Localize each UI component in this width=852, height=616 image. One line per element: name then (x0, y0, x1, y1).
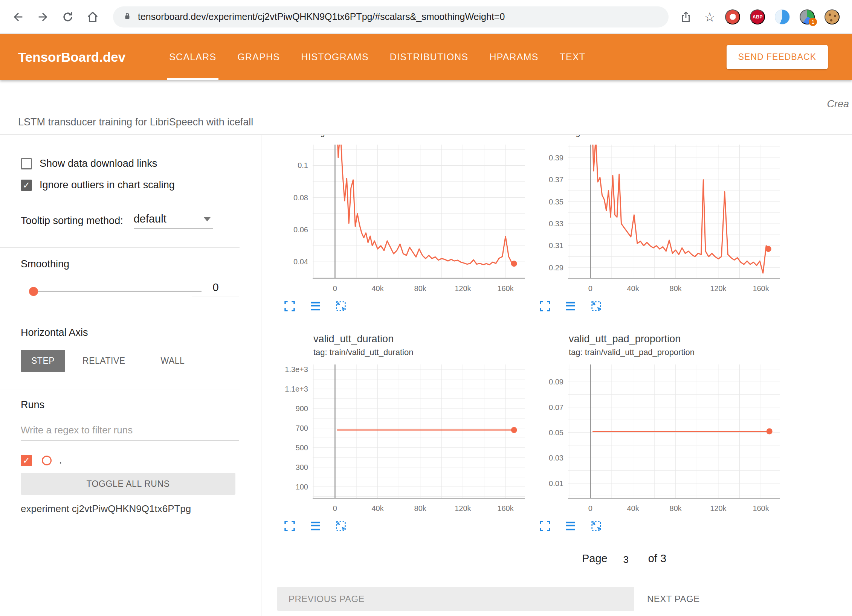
svg-text:0: 0 (588, 504, 592, 512)
cookie-icon[interactable] (825, 9, 840, 24)
smoothing-label-row: Smoothing (21, 258, 261, 270)
svg-text:80k: 80k (670, 504, 682, 512)
previous-page-button[interactable]: PREVIOUS PAGE (277, 587, 634, 611)
refresh-icon[interactable] (60, 9, 76, 25)
run-row[interactable]: ✓ . (21, 454, 261, 466)
pager-buttons: PREVIOUS PAGE NEXT PAGE (262, 587, 852, 611)
svg-text:500: 500 (296, 444, 308, 452)
svg-text:160k: 160k (497, 504, 514, 512)
tab-distributions[interactable]: DISTRIBUTIONS (390, 34, 469, 80)
send-feedback-button[interactable]: SEND FEEDBACK (727, 45, 828, 69)
expand-chart-icon[interactable] (537, 518, 553, 534)
axis-wall-button[interactable]: WALL (150, 350, 195, 372)
chart-tag: tag: train/valid_utt_pad_proportion (532, 346, 782, 358)
fit-domain-icon[interactable] (333, 518, 348, 534)
chart-title: valid_utt_pad_proportion (532, 331, 782, 346)
tab-text[interactable]: TEXT (560, 34, 586, 80)
ignore-outliers-checkbox[interactable]: ✓ (21, 180, 32, 191)
horizontal-axis-label: Horizontal Axis (21, 327, 88, 338)
address-bar[interactable]: tensorboard.dev/experiment/cj2vtPiwQHKN9… (113, 6, 669, 27)
svg-text:0.04: 0.04 (293, 258, 308, 266)
svg-text:0: 0 (333, 504, 337, 512)
svg-text:120k: 120k (455, 284, 471, 293)
smoothing-value-input[interactable] (192, 281, 239, 296)
expand-chart-icon[interactable] (537, 299, 553, 314)
home-icon[interactable] (84, 9, 101, 25)
line-chart: 1003005007009001.1e+31.3e+3040k80k120k16… (277, 364, 527, 515)
charts-pane: tag: train/… 0.040.060.080.1040k80k120k1… (262, 135, 852, 616)
expand-chart-icon[interactable] (282, 299, 297, 314)
extension-adblock-icon[interactable] (725, 9, 740, 24)
fit-domain-icon[interactable] (589, 299, 604, 314)
svg-text:0.31: 0.31 (549, 241, 563, 250)
extension-badge: 1 (809, 18, 817, 26)
log-scale-icon[interactable] (308, 518, 323, 534)
log-scale-icon[interactable] (563, 518, 578, 534)
divider (0, 316, 240, 316)
show-download-label: Show data download links (40, 158, 157, 169)
run-checkbox[interactable]: ✓ (21, 455, 32, 466)
show-download-checkbox[interactable] (21, 158, 32, 169)
toggle-all-runs-button[interactable]: TOGGLE ALL RUNS (21, 473, 235, 495)
chart-title: valid_utt_duration (277, 331, 527, 346)
axis-step-button[interactable]: STEP (21, 350, 65, 372)
svg-text:0: 0 (333, 284, 337, 293)
line-chart: 0.040.060.080.1040k80k120k160k (277, 145, 527, 296)
log-scale-icon[interactable] (308, 299, 323, 314)
fit-domain-icon[interactable] (589, 518, 604, 534)
svg-text:120k: 120k (455, 504, 471, 512)
brand-title: TensorBoard.dev (18, 50, 125, 65)
share-icon[interactable] (678, 9, 694, 25)
svg-text:0.05: 0.05 (549, 428, 563, 437)
back-icon[interactable] (10, 9, 26, 25)
extension-badged-icon[interactable]: 1 (800, 9, 815, 24)
svg-text:300: 300 (296, 463, 308, 471)
tab-hparams[interactable]: HPARAMS (489, 34, 538, 80)
extension-abp-icon[interactable]: ABP (750, 9, 765, 24)
smoothing-slider-knob[interactable] (29, 287, 38, 296)
page-label: Page (582, 552, 608, 565)
svg-text:0.39: 0.39 (549, 154, 563, 162)
line-chart: 0.010.030.050.070.09040k80k120k160k (532, 364, 782, 515)
smoothing-row (21, 287, 239, 296)
smoothing-slider-track[interactable] (34, 291, 202, 292)
tooltip-sorting-select[interactable]: default (134, 213, 213, 229)
charts-row-bottom: valid_utt_duration tag: train/valid_utt_… (262, 331, 852, 534)
line-chart: 0.290.310.330.350.370.39040k80k120k160k (532, 145, 782, 296)
chart-actions (537, 299, 782, 314)
svg-text:0.07: 0.07 (549, 403, 563, 412)
bookmark-star-icon[interactable]: ☆ (704, 11, 715, 23)
app-header: TensorBoard.dev SCALARS GRAPHS HISTOGRAM… (0, 34, 852, 80)
tab-graphs[interactable]: GRAPHS (237, 34, 280, 80)
runs-filter-input[interactable] (21, 422, 239, 441)
svg-text:40k: 40k (371, 284, 384, 293)
nav-tabs: SCALARS GRAPHS HISTOGRAMS DISTRIBUTIONS … (169, 34, 585, 80)
svg-text:0.35: 0.35 (549, 198, 563, 206)
svg-text:1.3e+3: 1.3e+3 (285, 365, 308, 374)
clipped-created-text: Crea (827, 98, 849, 110)
charts-row-top: tag: train/… 0.040.060.080.1040k80k120k1… (262, 135, 852, 331)
experiment-id-label: experiment cj2vtPiwQHKN9Q1tx6PTpg (21, 503, 191, 515)
forward-icon[interactable] (35, 9, 51, 25)
tooltip-sorting-row: Tooltip sorting method: default (21, 213, 261, 229)
runs-filter-row (21, 422, 261, 441)
tab-scalars[interactable]: SCALARS (169, 34, 216, 80)
tooltip-sorting-label: Tooltip sorting method: (21, 215, 123, 227)
chart-tag: tag: train/… (532, 135, 782, 139)
chart-card-top-left: tag: train/… 0.040.060.080.1040k80k120k1… (277, 135, 527, 314)
context-bar: Crea LSTM transducer training for LibriS… (0, 80, 852, 135)
svg-text:40k: 40k (627, 504, 639, 512)
svg-text:0: 0 (588, 284, 592, 293)
log-scale-icon[interactable] (563, 299, 578, 314)
svg-text:100: 100 (296, 483, 308, 491)
chart-tag: tag: train/valid_utt_duration (277, 346, 527, 358)
tab-histograms[interactable]: HISTOGRAMS (301, 34, 369, 80)
next-page-button[interactable]: NEXT PAGE (647, 594, 700, 604)
fit-domain-icon[interactable] (333, 299, 348, 314)
experiment-title: LSTM transducer training for LibriSpeech… (18, 116, 253, 128)
axis-relative-button[interactable]: RELATIVE (72, 350, 136, 372)
expand-chart-icon[interactable] (282, 518, 297, 534)
page-number-input[interactable] (614, 554, 638, 568)
extension-blue-icon[interactable] (775, 9, 790, 24)
pagination: Page of 3 (582, 548, 852, 569)
